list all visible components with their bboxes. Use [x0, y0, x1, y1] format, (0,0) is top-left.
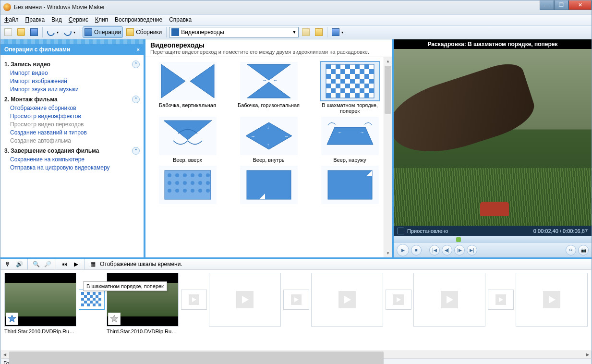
transition-item[interactable]: ↓↑→← Веер, внутрь [230, 117, 307, 163]
window-close-button[interactable]: ✕ [568, 0, 592, 10]
split-button[interactable]: ✂ [566, 245, 576, 255]
play-button[interactable]: ▶ [397, 244, 409, 256]
svg-rect-27 [326, 84, 331, 88]
transition-slot-filled[interactable] [79, 290, 105, 310]
task-section-3-header[interactable]: 3. Завершение создания фильма˄ [4, 147, 140, 155]
timeline-toolbar: 🎙 🔊 🔍 🔎 ⏮ ▶ ▦ Отображение шкалы времени. [0, 257, 592, 270]
menu-view[interactable]: Вид [51, 16, 62, 23]
svg-point-62 [198, 181, 202, 185]
storyboard[interactable]: Third.Star.2010.DVDRip.Rus-... В шахматн… [0, 270, 592, 351]
menubar: Файл Правка Вид Сервис Клип Воспроизведе… [0, 14, 592, 25]
svg-text:↓: ↓ [267, 125, 269, 130]
svg-rect-20 [355, 74, 360, 79]
svg-point-67 [191, 189, 194, 193]
transition-item[interactable] [230, 166, 307, 206]
transition-item[interactable] [312, 166, 388, 206]
menu-play[interactable]: Воспроизведение [115, 16, 162, 23]
transition-item[interactable]: →← Бабочка, горизонтальная [230, 62, 307, 114]
clip-slot-empty[interactable] [311, 273, 383, 351]
menu-tools[interactable]: Сервис [69, 16, 88, 23]
svg-rect-15 [360, 69, 364, 74]
clip-label: Third.Star.2010.DVDRip.Rus-... [107, 328, 179, 334]
clip-slot[interactable]: Third.Star.2010.DVDRip.Rus-... [4, 273, 76, 351]
step-back-button[interactable]: ◀| [442, 245, 452, 255]
tasks-button[interactable]: Операции [83, 26, 123, 38]
transition-item[interactable]: Веер, вверх [149, 117, 226, 163]
step-fwd-button[interactable]: |▶ [454, 245, 465, 255]
menu-clip[interactable]: Клип [95, 16, 108, 23]
task-link[interactable]: Сохранение на компьютере [10, 156, 140, 163]
open-button[interactable] [15, 26, 27, 38]
transition-slot[interactable] [281, 273, 311, 327]
zoom-out-icon[interactable]: 🔎 [43, 260, 52, 268]
next-clip-button[interactable]: ▶| [467, 245, 477, 255]
task-link[interactable]: Создание названий и титров [10, 129, 140, 136]
undo-button[interactable]: ▾ [45, 26, 60, 38]
svg-rect-16 [369, 69, 374, 74]
window-maximize-button[interactable]: ❐ [554, 0, 568, 10]
new-button[interactable] [2, 26, 14, 38]
transition-item[interactable] [149, 166, 226, 206]
task-section-2-header[interactable]: 2. Монтаж фильма˄ [4, 96, 140, 103]
stop-button[interactable]: ■ [411, 245, 422, 255]
preview-seek-bar[interactable] [394, 236, 592, 243]
save-button[interactable] [28, 26, 40, 38]
task-pane-close-icon[interactable]: × [137, 47, 140, 52]
svg-marker-0 [161, 64, 185, 98]
task-link[interactable]: Отображение сборников [10, 105, 140, 111]
effect-badge[interactable] [6, 313, 18, 325]
location-dropdown[interactable]: Видеопереходы ▼ [169, 27, 299, 37]
svg-point-66 [183, 189, 187, 193]
transition-item[interactable]: ←→ Веер, наружу [312, 117, 388, 163]
menu-edit[interactable]: Правка [25, 16, 45, 23]
collection-scrollbar[interactable]: ▲▼ [384, 57, 392, 257]
menu-file[interactable]: Файл [4, 16, 19, 23]
redo-button[interactable]: ▾ [62, 26, 77, 38]
nav-up-button[interactable] [300, 26, 312, 38]
window-title: Без имени - Windows Movie Maker [14, 4, 105, 11]
timeline-view-icon[interactable]: ▦ [88, 260, 97, 268]
collections-button[interactable]: Сборники [124, 26, 164, 38]
collection-subtitle: Перетащите видеопереход и поместите его … [150, 49, 387, 55]
clip-slot-empty[interactable] [516, 273, 588, 351]
clip-label: Third.Star.2010.DVDRip.Rus-... [4, 328, 76, 334]
svg-rect-23 [340, 79, 345, 84]
toolbar: ▾ ▾ Операции Сборники Видеопереходы ▼ ▾ [0, 25, 592, 39]
nav-new-folder-button[interactable] [313, 26, 325, 38]
titlebar: Без имени - Windows Movie Maker — ❐ ✕ [0, 0, 592, 14]
task-link[interactable]: Импорт изображений [10, 78, 140, 85]
window-minimize-button[interactable]: — [540, 0, 554, 10]
transition-item-selected[interactable]: В шахматном порядке, поперек [312, 62, 388, 114]
snapshot-button[interactable]: 📷 [578, 245, 589, 255]
clip-slot-empty[interactable] [413, 273, 485, 351]
effect-badge[interactable] [108, 313, 121, 325]
transition-slot[interactable] [485, 273, 516, 327]
svg-rect-30 [355, 84, 360, 88]
view-mode-button[interactable]: ▾ [330, 26, 345, 38]
task-link[interactable]: Импорт видео [10, 70, 140, 76]
prev-clip-button[interactable]: |◀ [429, 245, 440, 255]
task-section-1-header[interactable]: 1. Запись видео˄ [4, 61, 140, 68]
menu-help[interactable]: Справка [169, 16, 192, 23]
transition-item[interactable]: Бабочка, вертикальная [149, 62, 226, 114]
svg-rect-81 [96, 295, 98, 298]
svg-point-68 [198, 189, 202, 193]
transition-slot[interactable]: В шахматном порядке, поперек [76, 273, 107, 327]
timeline-view-label[interactable]: Отображение шкалы времени. [100, 261, 182, 267]
zoom-in-icon[interactable]: 🔍 [32, 260, 40, 268]
clip-slot-empty[interactable] [209, 273, 281, 351]
transition-slot[interactable] [383, 273, 413, 327]
svg-rect-13 [340, 69, 345, 74]
task-link[interactable]: Просмотр видеоэффектов [10, 113, 140, 120]
timeline-rewind-icon[interactable]: ⏮ [60, 260, 69, 268]
storyboard-scrollbar[interactable]: ◀▶ [0, 351, 592, 359]
timeline-narrate-icon[interactable]: 🎙 [3, 260, 12, 268]
timeline-play-icon[interactable]: ▶ [72, 260, 80, 268]
svg-point-55 [191, 173, 194, 177]
transition-slot[interactable] [179, 273, 209, 327]
task-link[interactable]: Отправка на цифровую видеокамеру [10, 164, 140, 171]
timeline-audio-icon[interactable]: 🔊 [15, 260, 24, 268]
task-link[interactable]: Импорт звука или музыки [10, 86, 140, 93]
svg-marker-42 [164, 121, 212, 140]
preview-time: 0:00:02,40 / 0:00:06,87 [533, 228, 588, 234]
